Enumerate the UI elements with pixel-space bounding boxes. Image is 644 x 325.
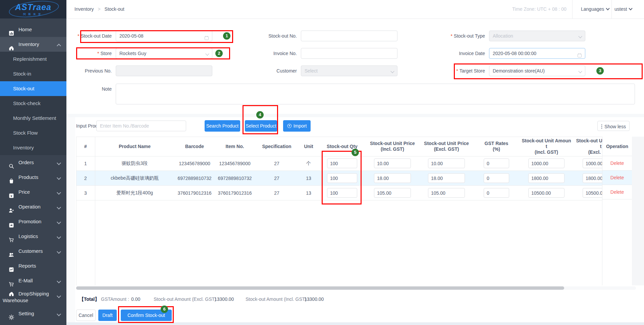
page-gutter (66, 117, 75, 322)
invoice-no-input[interactable] (301, 48, 397, 59)
sidebar-item-promotion[interactable]: Promotion (0, 214, 66, 229)
gst-rate-input[interactable] (484, 158, 509, 168)
qty-input[interactable] (327, 158, 357, 168)
amount-incl-input[interactable] (528, 158, 565, 168)
sidebar-item-e-mall[interactable]: E-Mall (0, 273, 66, 288)
chevron-down-icon (578, 34, 582, 38)
delete-link[interactable]: Delete (610, 189, 624, 195)
amount-incl-input[interactable] (528, 173, 565, 183)
sidebar-item-customers[interactable]: Customers (0, 244, 66, 259)
target-store-label: *Target Store (441, 65, 485, 76)
operator-icon (9, 204, 14, 210)
draft-button[interactable]: Draft (98, 310, 117, 321)
sidebar-item-operation[interactable]: Operation (0, 199, 66, 214)
amount-incl-input[interactable] (528, 188, 565, 198)
cell-item-no: 123456789000 (215, 161, 255, 166)
cell-amount-incl (519, 188, 574, 198)
upload-icon (287, 124, 292, 128)
sidebar-item-stock-check[interactable]: Stock-check (0, 96, 66, 111)
stock-out-date-input[interactable]: 2020-05-08 (116, 31, 212, 41)
sidebar-item-label: Setting (18, 311, 34, 316)
gear-icon (9, 311, 14, 316)
sidebar-item-dropshipping-warehouse[interactable]: DropShipping Warehouse (0, 288, 66, 306)
cell-index: 1 (76, 161, 95, 166)
operation-column-header: Operation (602, 137, 632, 156)
operation-cell: Delete (602, 185, 632, 199)
invoice-date-input[interactable]: 2020-05-08 00:00:00 (489, 48, 585, 59)
note-textarea[interactable] (116, 84, 635, 104)
annotation-badge-6: 6 (161, 306, 168, 313)
sidebar-item-inventory[interactable]: Inventory (0, 140, 66, 155)
cell-barcode: 123456789000 (174, 161, 215, 166)
store-select[interactable]: Rockets Guy (116, 48, 212, 59)
sidebar-item-label: Price (18, 189, 30, 195)
sidebar-item-home[interactable]: Home (0, 22, 66, 37)
gst-rate-input[interactable] (484, 173, 509, 183)
qty-input[interactable] (327, 188, 357, 198)
operation-cell: Delete (602, 171, 632, 185)
user-menu[interactable]: ustest (614, 0, 632, 18)
table-row: 2ckbebe高硼硅玻璃奶瓶69728898107326972889810732… (76, 171, 602, 186)
column-header: Barcode (174, 144, 215, 149)
price-incl-input[interactable] (374, 158, 411, 168)
stock-out-type-label: *Stock-out Type (441, 31, 485, 41)
chevron-down-icon (606, 6, 610, 10)
scrollbar-thumb[interactable] (76, 286, 564, 290)
delete-link[interactable]: Delete (610, 160, 624, 166)
sidebar-item-label: Promotion (18, 219, 41, 224)
sidebar-item-monthly-settlement[interactable]: Monthly Settlement (0, 111, 66, 126)
price-excl-input[interactable] (428, 173, 465, 183)
sidebar-item-label: Products (18, 174, 38, 180)
cancel-button[interactable]: Cancel (76, 310, 96, 321)
table-left-border (76, 137, 76, 285)
sidebar-item-setting[interactable]: Setting (0, 306, 66, 321)
show-less-button[interactable]: Show less (597, 121, 630, 131)
chevron-down-icon (57, 235, 61, 239)
table-row: 1驱蚊防虫3段12345678900012345678900027个 (76, 156, 602, 171)
stock-out-no-input[interactable] (301, 31, 397, 41)
sidebar-item-price[interactable]: ¥Price (0, 185, 66, 199)
sidebar-item-reports[interactable]: Reports (0, 259, 66, 273)
inventory-icon (9, 42, 14, 47)
customers-icon (9, 248, 14, 254)
amount-excl-input[interactable] (583, 173, 602, 183)
sidebar-item-stock-flow[interactable]: Stock Flow (0, 126, 66, 140)
logo-title: ASTraea (0, 2, 66, 12)
price-incl-input[interactable] (374, 173, 411, 183)
amount-incl-value: 13300.00 (304, 296, 324, 303)
cart-icon (9, 234, 14, 239)
price-excl-input[interactable] (428, 158, 465, 168)
sidebar-item-stock-in[interactable]: Stock-in (0, 66, 66, 81)
sidebar-item-orders[interactable]: Orders (0, 155, 66, 170)
store-label: *Store (68, 48, 112, 59)
search-product-button[interactable]: Search Product (205, 120, 240, 132)
gst-amount-label: GSTAmount : (101, 296, 129, 303)
section-divider (66, 114, 644, 117)
price-incl-input[interactable] (374, 188, 411, 198)
sidebar: ASTraea 阿斯米亚 HomeInventoryReplenishmentS… (0, 0, 66, 325)
select-product-button[interactable]: Select Product (245, 120, 277, 132)
calendar-icon (204, 34, 209, 44)
sidebar-item-stock-out[interactable]: Stock-out (0, 81, 66, 96)
cell-amount-incl (519, 173, 574, 183)
amount-excl-input[interactable] (583, 158, 602, 168)
gst-rate-input[interactable] (484, 188, 509, 198)
delete-link[interactable]: Delete (610, 175, 624, 180)
sidebar-item-replenishment[interactable]: Replenishment (0, 52, 66, 66)
import-button[interactable]: Import (283, 120, 311, 132)
table-top-border (76, 137, 632, 137)
sidebar-item-inventory[interactable]: Inventory (0, 37, 66, 52)
languages-menu[interactable]: Languages (581, 0, 609, 18)
product-search-input[interactable] (96, 121, 186, 131)
breadcrumb-inventory[interactable]: Inventory (74, 6, 94, 12)
target-store-select[interactable]: Demonstration store(AU) (489, 65, 585, 76)
qty-input[interactable] (327, 173, 357, 183)
sidebar-item-logistics[interactable]: Logistics (0, 229, 66, 244)
cell-qty (319, 188, 366, 198)
cell-amount-excl (574, 158, 602, 168)
amount-excl-input[interactable] (583, 188, 602, 198)
annotation-badge-2: 2 (215, 50, 223, 57)
chevron-down-icon (57, 205, 61, 210)
price-excl-input[interactable] (428, 188, 465, 198)
sidebar-item-products[interactable]: Products (0, 170, 66, 185)
